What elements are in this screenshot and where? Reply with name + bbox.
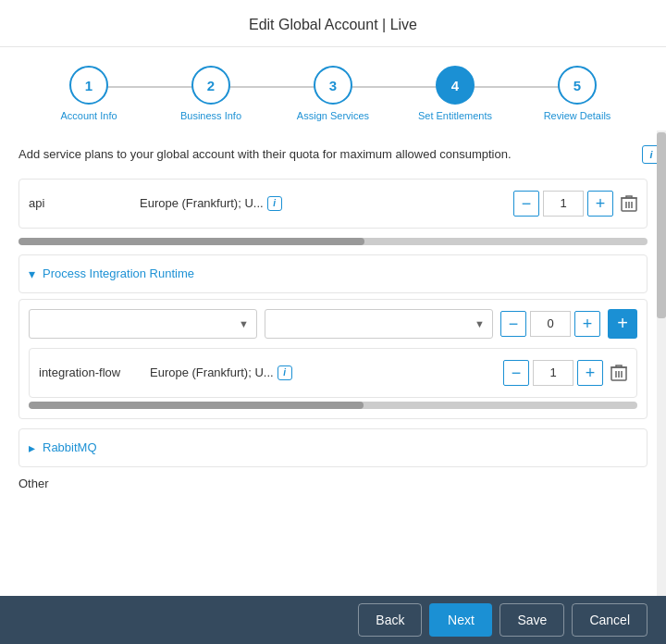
region-select-arrow: ▼ — [475, 318, 485, 329]
step-5-label: Review Details — [544, 110, 611, 121]
rabbitmq-section[interactable]: ▸ RabbitMQ — [18, 428, 648, 467]
stepper: 1 Account Info 2 Business Info 3 Assign … — [0, 47, 666, 130]
step-2[interactable]: 2 Business Info — [150, 66, 272, 121]
api-service-row: api Europe (Frankfurt); U... i − + — [18, 179, 648, 229]
integration-flow-row: integration-flow Europe (Frankfurt); U..… — [29, 348, 637, 398]
process-integration-chevron-down: ▾ — [29, 266, 35, 281]
step-3-circle: 3 — [314, 66, 352, 105]
plan-select-arrow: ▼ — [239, 318, 249, 329]
back-button[interactable]: Back — [358, 603, 422, 637]
process-integration-region-select[interactable]: ▼ — [265, 309, 493, 339]
integration-flow-qty-controls: − + — [503, 360, 603, 386]
api-qty-input[interactable] — [543, 191, 584, 217]
step-4-circle: 4 — [436, 66, 475, 105]
api-qty-plus[interactable]: + — [587, 191, 613, 217]
api-row-scroll[interactable] — [18, 238, 648, 245]
process-integration-add-minus[interactable]: − — [500, 311, 526, 337]
description-text: Add service plans to your global account… — [18, 145, 648, 164]
api-service-name: api — [29, 196, 140, 210]
integration-flow-scroll[interactable] — [29, 402, 637, 409]
process-integration-add-qty-input[interactable] — [530, 311, 571, 337]
api-qty-controls: − + — [513, 191, 613, 217]
next-button[interactable]: Next — [429, 603, 492, 637]
process-integration-add-qty-controls: − + — [500, 311, 600, 337]
api-region-info-icon[interactable]: i — [267, 196, 282, 211]
main-content: i Add service plans to your global accou… — [0, 130, 666, 596]
process-integration-title: Process Integration Runtime — [43, 266, 194, 280]
process-integration-header[interactable]: ▾ Process Integration Runtime — [18, 254, 648, 293]
rabbitmq-chevron-right: ▸ — [29, 440, 35, 455]
integration-flow-delete-button[interactable] — [610, 364, 627, 382]
integration-flow-plus[interactable]: + — [577, 360, 603, 386]
step-5-circle: 5 — [558, 66, 597, 105]
vertical-thumb — [657, 132, 666, 318]
cancel-button[interactable]: Cancel — [572, 603, 648, 637]
step-3-label: Assign Services — [297, 110, 369, 121]
integration-flow-info-icon[interactable]: i — [278, 365, 292, 380]
process-integration-body: ▼ ▼ − + + integration-flow Europe (Frank… — [18, 299, 648, 419]
integration-flow-qty-input[interactable] — [533, 360, 574, 386]
step-4-label: Set Entitlements — [418, 110, 492, 121]
process-integration-plan-select[interactable]: ▼ — [29, 309, 257, 339]
other-label: Other — [18, 477, 648, 490]
step-2-label: Business Info — [180, 110, 241, 121]
integration-flow-region: Europe (Frankfurt); U... i — [150, 365, 503, 380]
process-integration-add-plus[interactable]: + — [574, 311, 600, 337]
process-integration-add-button[interactable]: + — [608, 309, 637, 339]
process-integration-add-row: ▼ ▼ − + + — [29, 309, 637, 339]
save-button[interactable]: Save — [500, 603, 564, 637]
api-service-region: Europe (Frankfurt); U... i — [140, 196, 513, 211]
dialog-footer: Back Next Save Cancel — [0, 596, 666, 644]
rabbitmq-title: RabbitMQ — [43, 440, 97, 454]
step-2-circle: 2 — [191, 66, 230, 105]
api-delete-button[interactable] — [621, 194, 637, 213]
step-1[interactable]: 1 Account Info — [28, 66, 150, 121]
api-qty-minus[interactable]: − — [513, 191, 539, 217]
integration-flow-name: integration-flow — [39, 365, 150, 379]
step-1-circle: 1 — [69, 66, 108, 105]
vertical-scrollbar[interactable] — [657, 130, 666, 596]
step-3[interactable]: 3 Assign Services — [272, 66, 394, 121]
step-5[interactable]: 5 Review Details — [516, 66, 638, 121]
step-1-label: Account Info — [60, 110, 117, 121]
integration-flow-minus[interactable]: − — [503, 360, 529, 386]
step-4[interactable]: 4 Set Entitlements — [394, 66, 516, 121]
dialog-title: Edit Global Account | Live — [249, 17, 417, 32]
dialog-header: Edit Global Account | Live — [0, 0, 666, 47]
